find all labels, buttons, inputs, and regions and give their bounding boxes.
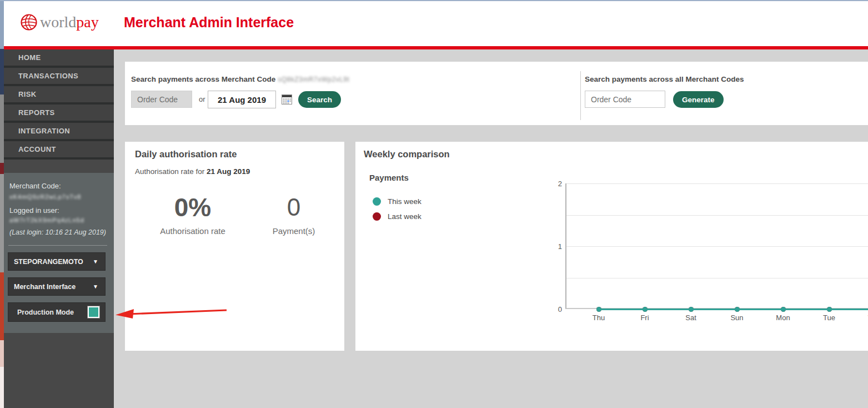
x-axis-label: Sat bbox=[685, 314, 696, 322]
worldpay-logo: worldpay bbox=[20, 13, 99, 31]
y-axis-tick: 0 bbox=[551, 305, 562, 314]
y-axis-tick: 1 bbox=[551, 242, 562, 251]
x-axis-label: Tue bbox=[823, 314, 835, 322]
annotation-arrow bbox=[114, 302, 233, 322]
payments-count-stat: 0 Payment(s) bbox=[247, 191, 341, 236]
sidebar-item-reports[interactable]: REPORTS bbox=[4, 105, 114, 123]
logo-text: worldpay bbox=[40, 13, 99, 31]
header-divider bbox=[0, 46, 868, 49]
generate-button[interactable]: Generate bbox=[673, 91, 724, 108]
search-button[interactable]: Search bbox=[298, 91, 341, 108]
page-title: Merchant Admin Interface bbox=[124, 14, 294, 31]
logged-in-user-label: Logged in user: bbox=[9, 206, 59, 215]
x-axis-label: Mon bbox=[776, 314, 790, 322]
sidebar-item-risk[interactable]: RISK bbox=[4, 86, 114, 105]
sidebar-item-integration[interactable]: INTEGRATION bbox=[4, 123, 114, 141]
app-header: worldpay Merchant Admin Interface bbox=[0, 0, 868, 46]
chart-data-point bbox=[781, 307, 786, 312]
payments-count-caption: Payment(s) bbox=[247, 226, 341, 236]
chart-data-point bbox=[735, 307, 740, 312]
production-mode-checkbox[interactable] bbox=[88, 306, 99, 318]
authorisation-rate-value: 0% bbox=[145, 191, 240, 224]
chart-gridline bbox=[566, 183, 868, 184]
date-input[interactable] bbox=[208, 91, 276, 108]
window-top-edge bbox=[0, 0, 868, 1]
sidebar-item-transactions[interactable]: TRANSACTIONS bbox=[4, 68, 114, 86]
merchant-code-inline-redacted: sQ8kZ3mR7xWp2vL9t bbox=[278, 76, 349, 83]
weekly-card-title: Weekly comparison bbox=[364, 149, 450, 160]
or-label: or bbox=[199, 95, 205, 103]
this-week-dot-icon bbox=[373, 197, 381, 206]
chart-data-point bbox=[643, 307, 648, 312]
sidebar: HOME TRANSACTIONS RISK REPORTS INTEGRATI… bbox=[4, 49, 114, 408]
y-axis-tick: 2 bbox=[551, 180, 562, 188]
chart-gridline bbox=[566, 215, 868, 216]
daily-card-subtitle: Authorisation rate for 21 Aug 2019 bbox=[135, 167, 250, 176]
chevron-down-icon: ▼ bbox=[93, 258, 98, 265]
sidebar-item-home[interactable]: HOME bbox=[4, 49, 114, 68]
worldpay-globe-icon bbox=[20, 13, 38, 31]
payment-search-panel: Search payments across Merchant Code sQ8… bbox=[125, 62, 868, 125]
chart-data-point bbox=[689, 307, 694, 312]
production-mode-toggle[interactable]: Production Mode bbox=[8, 302, 106, 322]
x-axis-label: Fri bbox=[640, 314, 649, 322]
order-code-all-input[interactable] bbox=[585, 91, 665, 108]
calendar-icon[interactable] bbox=[282, 94, 292, 105]
chart-data-point bbox=[596, 307, 601, 312]
chevron-down-icon: ▼ bbox=[93, 283, 98, 290]
merchant-code-selector[interactable]: STEPORANGEMOTO ▼ bbox=[8, 252, 106, 271]
x-axis-label: Thu bbox=[593, 314, 605, 322]
sidebar-item-account[interactable]: ACCOUNT bbox=[4, 141, 114, 160]
sidebar-divider bbox=[8, 245, 107, 246]
search-all-merchants-label: Search payments across all Merchant Code… bbox=[585, 75, 744, 83]
search-panel-divider bbox=[580, 71, 581, 120]
chart-data-point bbox=[827, 307, 832, 312]
chart-gridline bbox=[566, 246, 868, 247]
weekly-chart-plot: 012ThuFriSatSunMonTueWed bbox=[565, 183, 868, 309]
daily-card-title: Daily authorisation rate bbox=[135, 149, 237, 160]
authorisation-rate-caption: Authorisation rate bbox=[145, 226, 240, 236]
payments-count-value: 0 bbox=[247, 191, 341, 224]
legend-item-this-week: This week bbox=[373, 197, 422, 206]
window-left-edge bbox=[0, 0, 4, 408]
chart-legend-title: Payments bbox=[369, 173, 409, 182]
interface-selector[interactable]: Merchant Interface ▼ bbox=[8, 277, 106, 296]
chart-gridline bbox=[566, 278, 868, 278]
search-merchant-label: Search payments across Merchant Code sQ8… bbox=[131, 75, 349, 83]
logged-in-user-value-redacted: aW7rT2kX9mPq4zLn5d bbox=[9, 217, 84, 223]
legend-item-last-week: Last week bbox=[373, 212, 422, 221]
merchant-code-value-redacted: xK4mQ9zR2wLp7sTv8 bbox=[9, 193, 82, 200]
sidebar-info-panel: Merchant Code: xK4mQ9zR2wLp7sTv8 Logged … bbox=[4, 173, 114, 333]
order-code-input[interactable] bbox=[131, 91, 192, 108]
last-week-dot-icon bbox=[373, 212, 381, 221]
merchant-code-label: Merchant Code: bbox=[9, 182, 61, 190]
authorisation-rate-stat: 0% Authorisation rate bbox=[145, 191, 240, 236]
x-axis-label: Sun bbox=[730, 314, 743, 322]
last-login-text: (Last login: 10:16 21 Aug 2019) bbox=[9, 228, 106, 236]
weekly-comparison-card: Weekly comparison Payments This week Las… bbox=[355, 142, 868, 351]
